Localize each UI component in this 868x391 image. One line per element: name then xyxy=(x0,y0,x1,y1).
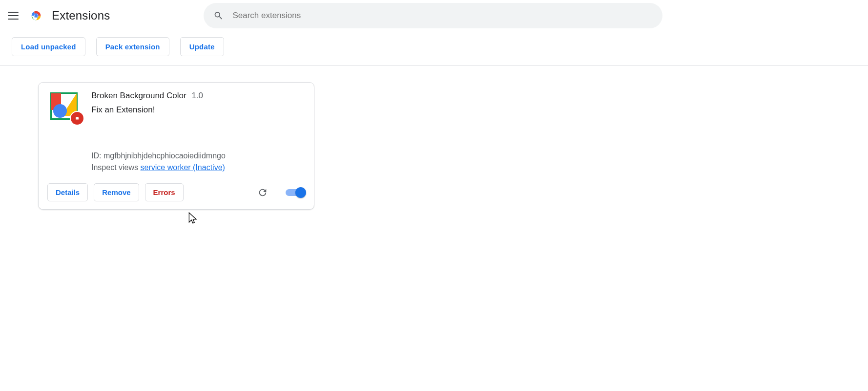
page-title: Extensions xyxy=(52,9,110,22)
svg-rect-5 xyxy=(77,117,78,118)
details-button[interactable]: Details xyxy=(47,183,88,201)
search-box[interactable] xyxy=(204,3,662,28)
remove-button[interactable]: Remove xyxy=(94,183,139,201)
mouse-cursor-icon xyxy=(187,212,200,224)
extension-id-label: ID: xyxy=(91,152,101,160)
dev-toolbar: Load unpacked Pack extension Update xyxy=(0,31,868,65)
load-unpacked-button[interactable]: Load unpacked xyxy=(12,37,85,56)
enable-toggle[interactable] xyxy=(286,188,305,197)
errors-button[interactable]: Errors xyxy=(145,183,184,201)
svg-rect-4 xyxy=(76,117,79,120)
extension-icon xyxy=(50,92,78,120)
app-header: Extensions xyxy=(0,0,868,31)
update-button[interactable]: Update xyxy=(180,37,224,56)
search-icon xyxy=(213,10,224,21)
pack-extension-button[interactable]: Pack extension xyxy=(96,37,169,56)
extension-id-value: mgfbhjnibhjdehcphiocaoiediidmngo xyxy=(103,152,226,160)
chrome-logo-icon xyxy=(29,9,43,22)
search-input[interactable] xyxy=(231,10,653,21)
error-badge-icon xyxy=(71,112,83,125)
extension-version: 1.0 xyxy=(191,91,203,100)
refresh-icon xyxy=(257,187,268,198)
reload-extension-button[interactable] xyxy=(257,187,268,198)
extension-name: Broken Background Color xyxy=(91,91,186,100)
extension-description: Fix an Extension! xyxy=(91,105,305,115)
extensions-grid: Broken Background Color 1.0 Fix an Exten… xyxy=(0,65,868,210)
menu-icon[interactable] xyxy=(8,10,20,22)
extension-card: Broken Background Color 1.0 Fix an Exten… xyxy=(38,82,314,210)
inspect-views-label: Inspect views xyxy=(91,163,138,172)
svg-point-3 xyxy=(35,14,38,17)
inspect-views-link[interactable]: service worker (Inactive) xyxy=(141,163,225,172)
